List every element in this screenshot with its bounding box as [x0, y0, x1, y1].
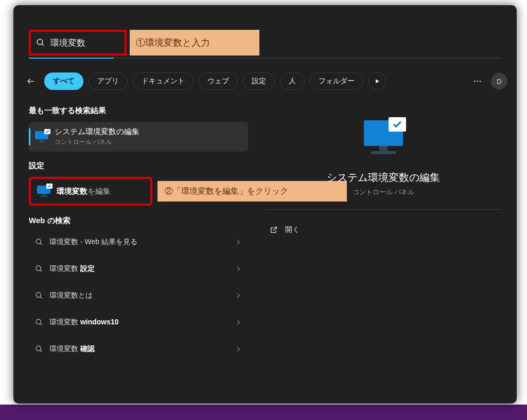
- svg-point-4: [474, 81, 476, 82]
- web-search-item[interactable]: 環境変数 windows10: [29, 309, 248, 336]
- user-avatar[interactable]: D: [491, 73, 507, 89]
- preview-title: システム環境変数の編集: [327, 171, 440, 185]
- system-settings-icon: [37, 186, 50, 197]
- svg-point-13: [36, 319, 41, 324]
- desktop-taskbar-bg: [0, 405, 527, 420]
- open-external-icon: [270, 226, 278, 234]
- tab-more-play[interactable]: [368, 72, 386, 90]
- settings-item-edit-env[interactable]: 環境変数を編集: [29, 177, 152, 206]
- tab-documents[interactable]: ドキュメント: [133, 72, 194, 90]
- search-bar: 環境変数 ①環境変数と入力: [29, 30, 501, 56]
- chevron-right-icon: [235, 265, 242, 272]
- search-underline: [29, 58, 501, 59]
- web-search-item[interactable]: 環境変数とは: [29, 282, 248, 309]
- preview-action-open-label: 開く: [285, 225, 300, 234]
- search-box-annotated[interactable]: 環境変数: [29, 30, 127, 56]
- tab-apps[interactable]: アプリ: [89, 72, 128, 90]
- svg-line-12: [40, 297, 42, 298]
- svg-point-6: [480, 81, 481, 82]
- chevron-right-icon: [235, 319, 242, 326]
- annotation-step1: ①環境変数と入力: [130, 30, 259, 56]
- preview-pane: システム環境変数の編集 コントロール パネル 開く: [266, 106, 501, 238]
- svg-line-1: [42, 44, 44, 46]
- tab-all[interactable]: すべて: [44, 72, 83, 90]
- preview-action-open[interactable]: 開く: [266, 222, 501, 238]
- settings-section-header: 設定: [29, 161, 248, 171]
- search-icon: [35, 238, 43, 246]
- web-search-item[interactable]: 環境変数 確認: [29, 336, 248, 362]
- svg-point-9: [36, 266, 41, 270]
- svg-point-0: [37, 39, 43, 45]
- search-input[interactable]: 環境変数: [50, 37, 85, 49]
- svg-point-5: [477, 81, 479, 82]
- svg-line-14: [40, 323, 42, 325]
- svg-marker-3: [376, 79, 379, 83]
- chevron-right-icon: [235, 239, 242, 246]
- chevron-right-icon: [235, 345, 242, 353]
- search-window: 環境変数 ①環境変数と入力 すべて アプリ ドキュメント ウェブ 設定 人 フォ…: [13, 5, 517, 404]
- back-button[interactable]: [23, 73, 39, 89]
- web-search-header: Web の検索: [29, 216, 248, 226]
- tab-web[interactable]: ウェブ: [199, 72, 238, 90]
- best-match-item[interactable]: システム環境変数の編集 コントロール パネル: [29, 122, 248, 152]
- selection-indicator: [29, 128, 30, 145]
- best-match-title: システム環境変数の編集: [55, 127, 139, 137]
- tab-people[interactable]: 人: [280, 72, 305, 90]
- search-icon: [35, 291, 43, 300]
- search-icon: [35, 318, 43, 326]
- svg-line-10: [40, 270, 42, 271]
- chevron-right-icon: [235, 292, 242, 299]
- svg-line-8: [40, 243, 42, 245]
- svg-point-15: [36, 346, 41, 351]
- svg-point-7: [36, 239, 41, 244]
- best-match-subtitle: コントロール パネル: [55, 138, 139, 147]
- web-search-item[interactable]: 環境変数 設定: [29, 255, 248, 282]
- tab-settings[interactable]: 設定: [243, 72, 275, 90]
- preview-subtitle: コントロール パネル: [353, 188, 415, 197]
- more-options-button[interactable]: [469, 73, 486, 89]
- svg-line-16: [40, 350, 42, 352]
- svg-point-11: [36, 293, 41, 297]
- web-search-item[interactable]: 環境変数 - Web 結果を見る: [29, 229, 248, 255]
- best-match-header: 最も一致する検索結果: [29, 106, 248, 116]
- system-settings-icon-large: [364, 120, 403, 156]
- results-left-column: 最も一致する検索結果 システム環境変数の編集 コントロール パネル 設定: [29, 106, 248, 362]
- tab-folders[interactable]: フォルダー: [310, 72, 363, 90]
- settings-item-label: 環境変数を編集: [57, 187, 111, 196]
- search-icon: [35, 345, 43, 353]
- system-settings-icon: [35, 131, 48, 142]
- search-icon: [36, 38, 45, 47]
- filter-tabs: すべて アプリ ドキュメント ウェブ 設定 人 フォルダー D: [23, 72, 507, 90]
- preview-header: システム環境変数の編集 コントロール パネル: [266, 106, 501, 210]
- search-icon: [35, 265, 43, 273]
